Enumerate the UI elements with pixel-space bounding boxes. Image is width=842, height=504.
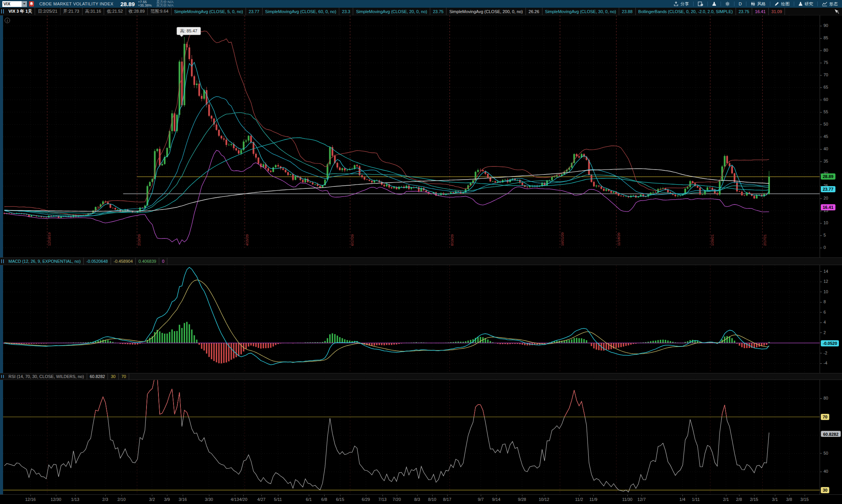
study-label-sma30[interactable]: SimpleMovingAvg (CLOSE, 30, 0, no) <box>542 8 619 15</box>
date-tick <box>183 495 183 496</box>
svg-text:4/15/20: 4/15/20 <box>245 234 249 246</box>
drag-handle-icon[interactable] <box>1 259 4 263</box>
axis-label: 50 <box>823 122 828 126</box>
axis-label: 4 <box>823 320 826 324</box>
study-label-sma200[interactable]: SimpleMovingAvg (CLOSE, 200, 0, no) <box>446 8 526 15</box>
patterns-button[interactable]: 形态 <box>818 0 842 8</box>
beaker-icon <box>712 2 716 6</box>
axis-label: 60 <box>823 97 828 102</box>
axis-tick <box>820 161 822 162</box>
date-tick <box>417 495 418 496</box>
date-tick <box>324 495 325 496</box>
axis-tick <box>820 271 822 272</box>
drag-handle-icon[interactable] <box>1 375 4 378</box>
axis-label: 55 <box>823 109 828 114</box>
date-label: 11/30 <box>622 497 633 502</box>
date-label: 9/7 <box>478 497 483 502</box>
date-label: 4/13 <box>231 497 239 502</box>
axis-tick <box>820 63 822 63</box>
date-axis[interactable]: 12/1612/301/132/32/103/23/93/163/304/134… <box>0 494 842 504</box>
date-tick <box>447 495 448 496</box>
timeframe-button[interactable]: D <box>734 0 746 8</box>
report-button[interactable]: 1 <box>694 0 707 8</box>
axis-label: 85 <box>823 35 828 40</box>
axis-label: 20 <box>823 196 828 200</box>
draw-button[interactable]: 绘图 <box>770 0 794 8</box>
studies-button[interactable]: 研究 <box>794 0 817 8</box>
axis-tick <box>820 363 822 364</box>
price-alert-icon[interactable] <box>29 1 34 7</box>
share-icon <box>674 2 679 6</box>
date-label: 3/16 <box>179 497 187 502</box>
axis-tick <box>820 302 822 302</box>
date-tick <box>397 495 397 496</box>
date-label: 2/15 <box>750 497 758 502</box>
macd-zero-value: 0 <box>159 258 167 265</box>
svg-text:2/19/20: 2/19/20 <box>137 234 141 246</box>
study-label-sma5[interactable]: SimpleMovingAvg (CLOSE, 5, 0, no) <box>172 8 246 15</box>
date-label: 3/1 <box>772 497 778 502</box>
main-price-chart[interactable]: 12/18/192/19/204/15/206/17/208/19/2010/2… <box>3 15 820 257</box>
style-button[interactable]: 风格 <box>746 0 770 8</box>
crosshair-tool-icon[interactable] <box>834 8 840 14</box>
axis-tick <box>820 235 822 236</box>
axis-tick <box>820 137 822 137</box>
svg-text:12/18/19: 12/18/19 <box>47 232 51 246</box>
date-label: 3/15 <box>800 497 808 502</box>
axis-price-badge: 28.89 <box>821 173 835 180</box>
rsi-value: 60.8282 <box>87 373 108 380</box>
macd-axis[interactable]: 1412108642-2-4-0.0520 <box>820 265 842 373</box>
axis-label: 8 <box>823 299 826 304</box>
study-value-bb-mid: 23.75 <box>736 8 753 15</box>
axis-tick <box>820 292 822 292</box>
rsi-label[interactable]: RSI (14, 70, 30, CLOSE, WILDERS, no) <box>6 373 87 380</box>
study-label-sma20[interactable]: SimpleMovingAvg (CLOSE, 20, 0, no) <box>353 8 430 15</box>
axis-tick <box>820 198 822 199</box>
axis-label: 12 <box>823 279 828 284</box>
axis-tick <box>820 312 822 312</box>
study-label-bollinger[interactable]: BollingerBands (CLOSE, 0, 20, -2.0, 2.0,… <box>636 8 736 15</box>
rsi-axis[interactable]: 8050407060.828230 <box>820 380 842 494</box>
date-tick <box>278 495 278 496</box>
symbol-dropdown-button[interactable] <box>22 1 27 7</box>
candlestick-style-icon <box>751 2 755 6</box>
study-value-sma30: 23.88 <box>619 8 636 15</box>
symbol-input[interactable] <box>2 1 22 7</box>
last-price: 28.89 <box>120 1 135 7</box>
bell-icon <box>30 2 33 6</box>
date-tick <box>481 495 481 496</box>
study-value-sma20: 23.75 <box>430 8 447 15</box>
axis-label: 70 <box>823 72 828 77</box>
drag-handle-icon[interactable] <box>1 9 4 13</box>
date-tick <box>243 495 244 496</box>
axis-label: 10 <box>823 289 828 294</box>
axis-label: 6 <box>823 310 826 314</box>
macd-histogram <box>3 322 770 363</box>
price-axis[interactable]: 05101520253035404550556065707580859028.8… <box>820 15 842 257</box>
date-tick <box>105 495 106 496</box>
info-icon[interactable]: i <box>5 18 10 23</box>
date-tick <box>544 495 544 496</box>
axis-price-badge: 30 <box>821 487 829 493</box>
macd-chart[interactable] <box>3 265 820 373</box>
macd-header-bar: MACD (12, 26, 9, EXPONENTIAL, no) -0.052… <box>0 257 842 265</box>
beaker-button[interactable] <box>708 0 721 8</box>
high-tooltip: 高: 85.47 <box>177 27 201 35</box>
symbol-input-group[interactable] <box>2 1 27 7</box>
axis-label: 40 <box>823 146 828 151</box>
settings-button[interactable] <box>721 0 734 8</box>
rsi-chart[interactable] <box>3 380 820 494</box>
axis-tick <box>820 353 822 353</box>
date-label: 2/10 <box>117 497 125 502</box>
date-label: 8/17 <box>443 497 451 502</box>
axis-label: -4 <box>823 361 827 365</box>
chart-title: VIX 3 年 1天 <box>6 8 35 15</box>
bid-price: 买方价:N/A <box>156 4 173 7</box>
study-label-sma60[interactable]: SimpleMovingAvg (CLOSE, 60, 0, no) <box>263 8 339 15</box>
share-button[interactable]: 分享 <box>669 0 693 8</box>
date-label: 9/14 <box>492 497 500 502</box>
axis-tick <box>820 323 822 323</box>
date-label: 6/15 <box>336 497 344 502</box>
macd-label[interactable]: MACD (12, 26, 9, EXPONENTIAL, no) <box>6 258 84 265</box>
date-label: 10/12 <box>539 497 549 502</box>
